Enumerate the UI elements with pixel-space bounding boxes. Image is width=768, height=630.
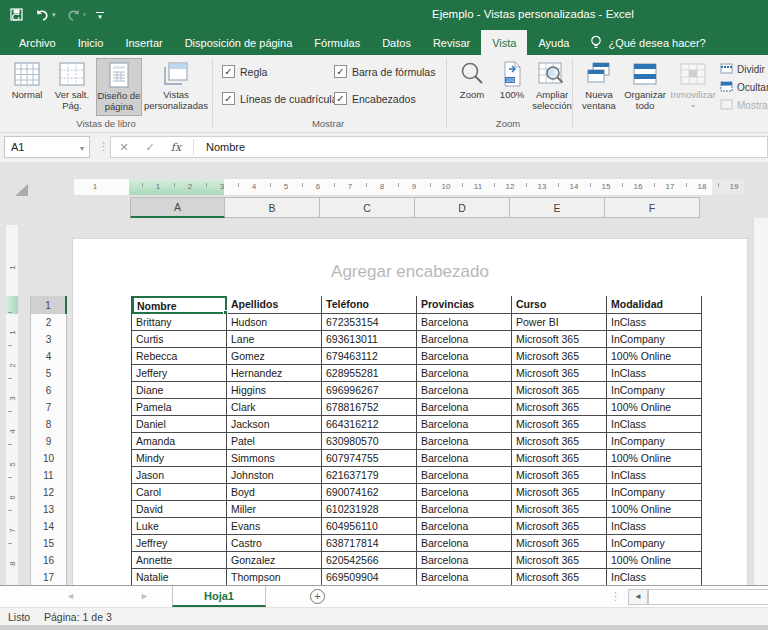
menu-tab-revisar[interactable]: Revisar [422,30,481,55]
table-cell[interactable]: Brittany [132,314,227,331]
table-cell[interactable]: Jeffrey [132,535,227,552]
table-cell[interactable]: InClass [607,314,702,331]
table-cell[interactable]: Evans [227,518,322,535]
table-cell[interactable]: Barcelona [417,416,512,433]
row-header-2[interactable]: 2 [30,314,67,332]
checkbox-barra-de-f-rmulas[interactable]: ✓Barra de fórmulas [334,65,435,78]
menu-tab-archivo[interactable]: Archivo [8,30,67,55]
menu-tab-ayuda[interactable]: Ayuda [527,30,580,55]
dividir-button[interactable]: Dividir [720,61,765,77]
table-cell[interactable]: Barcelona [417,331,512,348]
table-cell[interactable]: 696996267 [322,382,417,399]
table-header-cell[interactable]: Nombre [132,296,227,314]
zoom-to-selection-button[interactable]: Ampliar selección [532,58,572,116]
table-cell[interactable]: Curtis [132,331,227,348]
table-cell[interactable]: Gomez [227,348,322,365]
table-cell[interactable]: 690074162 [322,484,417,501]
tellme[interactable]: ¿Qué desea hacer? [580,30,715,55]
checkbox-box[interactable]: ✓ [334,92,347,105]
table-cell[interactable]: InClass [607,416,702,433]
table-cell[interactable]: Barcelona [417,348,512,365]
insert-function-icon[interactable]: fx [163,141,189,154]
table-cell[interactable]: Barcelona [417,314,512,331]
row-header-15[interactable]: 15 [30,535,67,553]
column-header-a[interactable]: A [130,197,225,218]
table-cell[interactable]: 620542566 [322,552,417,569]
name-box[interactable]: A1▾ [4,136,90,158]
hscroll-left-arrow[interactable]: ◄ [628,589,648,605]
new-window-button[interactable]: Nueva ventana [578,58,620,116]
table-cell[interactable]: Higgins [227,382,322,399]
row-header-12[interactable]: 12 [30,484,67,502]
vertical-scrollbar[interactable] [753,218,768,585]
row-header-9[interactable]: 9 [30,433,67,451]
table-cell[interactable]: Barcelona [417,484,512,501]
undo-dropdown-icon[interactable]: ▾ [52,11,56,19]
menu-tab-disposici-n-de-p-gina[interactable]: Disposición de página [174,30,304,55]
table-cell[interactable]: 621637179 [322,467,417,484]
table-cell[interactable]: Microsoft 365 [512,382,607,399]
arrange-all-button[interactable]: Organizar todo [622,58,668,116]
table-cell[interactable]: Barcelona [417,518,512,535]
table-cell[interactable]: 100% Online [607,552,702,569]
new-sheet-button[interactable]: + [310,589,325,604]
table-cell[interactable]: Microsoft 365 [512,467,607,484]
horizontal-scrollbar[interactable] [648,589,768,605]
table-cell[interactable]: Carol [132,484,227,501]
menu-tab-datos[interactable]: Datos [371,30,422,55]
page-break-preview-button[interactable]: Ver salt. Pág. [50,58,94,116]
table-cell[interactable]: Clark [227,399,322,416]
table-cell[interactable]: Barcelona [417,569,512,585]
table-cell[interactable]: 100% Online [607,501,702,518]
table-cell[interactable]: InCompany [607,433,702,450]
table-cell[interactable]: InClass [607,365,702,382]
table-cell[interactable]: 628955281 [322,365,417,382]
table-cell[interactable]: 679463112 [322,348,417,365]
table-cell[interactable]: Pamela [132,399,227,416]
qat-customize-button[interactable]: ▾ [96,12,104,19]
menu-tab-insertar[interactable]: Insertar [114,30,173,55]
row-header-6[interactable]: 6 [30,382,67,400]
table-cell[interactable]: Simmons [227,450,322,467]
table-cell[interactable]: Hudson [227,314,322,331]
table-cell[interactable]: Microsoft 365 [512,484,607,501]
table-cell[interactable]: Barcelona [417,365,512,382]
table-cell[interactable]: Jackson [227,416,322,433]
row-header-14[interactable]: 14 [30,518,67,536]
cancel-icon[interactable]: ✕ [111,141,137,154]
table-cell[interactable]: Hernandez [227,365,322,382]
row-header-11[interactable]: 11 [30,467,67,485]
table-cell[interactable]: Microsoft 365 [512,450,607,467]
table-cell[interactable]: Microsoft 365 [512,552,607,569]
table-header-cell[interactable]: Apellidos [227,296,322,314]
table-cell[interactable]: Microsoft 365 [512,433,607,450]
table-cell[interactable]: 630980570 [322,433,417,450]
column-header-d[interactable]: D [415,197,510,218]
table-cell[interactable]: 604956110 [322,518,417,535]
menu-tab-inicio[interactable]: Inicio [67,30,115,55]
table-cell[interactable]: Barcelona [417,382,512,399]
checkbox-box[interactable]: ✓ [222,65,235,78]
name-box-dropdown-icon[interactable]: ▾ [80,144,84,153]
custom-views-button[interactable]: Vistas personalizadas [144,58,208,116]
table-cell[interactable]: 693613011 [322,331,417,348]
table-cell[interactable]: Rebecca [132,348,227,365]
table-cell[interactable]: 100% Online [607,348,702,365]
sheet-tab-hoja1[interactable]: Hoja1 [172,586,266,607]
table-cell[interactable]: Microsoft 365 [512,518,607,535]
table-cell[interactable]: Microsoft 365 [512,535,607,552]
table-cell[interactable]: InCompany [607,382,702,399]
column-header-c[interactable]: C [320,197,415,218]
table-cell[interactable]: Microsoft 365 [512,416,607,433]
table-cell[interactable]: InCompany [607,331,702,348]
checkbox-box[interactable]: ✓ [222,92,235,105]
table-cell[interactable]: 672353154 [322,314,417,331]
column-header-e[interactable]: E [510,197,605,218]
table-cell[interactable]: Barcelona [417,501,512,518]
table-cell[interactable]: Barcelona [417,399,512,416]
table-cell[interactable]: Patel [227,433,322,450]
table-cell[interactable]: 678816752 [322,399,417,416]
table-cell[interactable]: Microsoft 365 [512,501,607,518]
table-cell[interactable]: Barcelona [417,433,512,450]
row-header-16[interactable]: 16 [30,552,67,570]
